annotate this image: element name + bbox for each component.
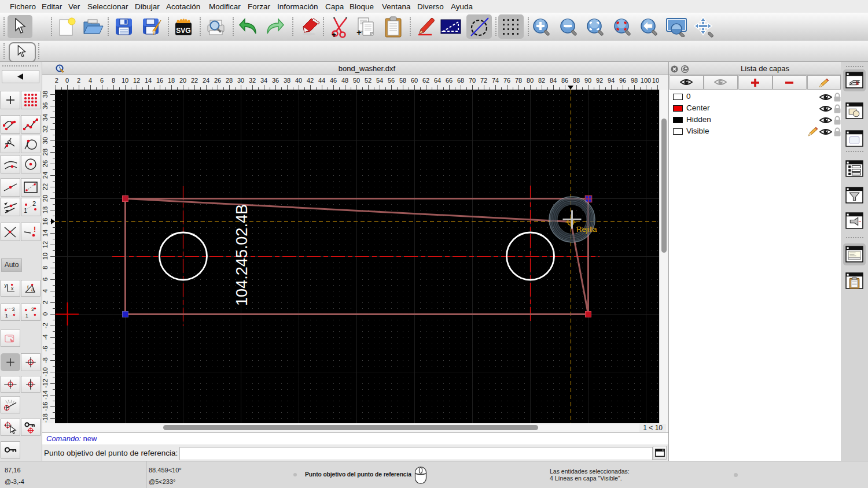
svg-text:2: 2: [31, 306, 34, 312]
svg-text:-14: -14: [42, 390, 49, 400]
svg-text:46: 46: [330, 77, 337, 84]
svg-text:14: 14: [145, 77, 152, 84]
svg-text:68: 68: [457, 77, 464, 84]
svg-text:+: +: [356, 27, 362, 37]
svg-text:-8: -8: [42, 357, 49, 363]
svg-text:10: 10: [122, 77, 128, 84]
svg-text:12: 12: [42, 241, 49, 248]
svg-text:102: 102: [652, 77, 663, 84]
svg-text:92: 92: [596, 77, 603, 84]
svg-text:72: 72: [480, 77, 487, 84]
svg-text:76: 76: [503, 77, 510, 84]
svg-text:90: 90: [584, 77, 591, 84]
svg-text:18: 18: [42, 206, 49, 213]
svg-text:48: 48: [341, 77, 348, 84]
svg-text:86: 86: [561, 77, 568, 84]
svg-text:28: 28: [42, 149, 49, 156]
svg-text:84: 84: [550, 77, 557, 84]
svg-text:SVG: SVG: [176, 27, 190, 35]
svg-text:42: 42: [307, 77, 314, 84]
svg-text:10: 10: [42, 253, 49, 260]
svg-text:4: 4: [89, 77, 92, 84]
svg-text:16: 16: [42, 218, 49, 225]
svg-text:a: a: [31, 287, 34, 293]
svg-text:20: 20: [42, 195, 49, 202]
svg-text:32: 32: [42, 125, 49, 132]
svg-text:24: 24: [42, 172, 49, 179]
svg-text:8: 8: [112, 77, 115, 84]
svg-text:4: 4: [42, 289, 49, 293]
svg-text:36: 36: [272, 77, 279, 84]
svg-text:22: 22: [191, 77, 198, 84]
svg-text:-2: -2: [42, 323, 49, 328]
svg-text:6: 6: [100, 77, 104, 84]
svg-text:82: 82: [538, 77, 545, 84]
svg-text:26: 26: [42, 160, 49, 167]
svg-text:-10: -10: [42, 367, 49, 376]
svg-text:6: 6: [42, 278, 49, 281]
svg-text:2: 2: [12, 306, 15, 312]
svg-text:38: 38: [42, 91, 49, 98]
svg-text:8: 8: [42, 266, 49, 269]
svg-text:!: !: [34, 225, 36, 234]
svg-text:74: 74: [492, 77, 499, 84]
svg-text:30: 30: [237, 77, 244, 84]
svg-text:34: 34: [42, 114, 49, 121]
svg-text:28: 28: [226, 77, 233, 84]
svg-text:26: 26: [214, 77, 221, 84]
svg-text:100: 100: [641, 77, 651, 84]
svg-text:50: 50: [353, 77, 360, 84]
svg-text:20: 20: [179, 77, 186, 84]
svg-text:16: 16: [156, 77, 163, 84]
svg-text:40: 40: [295, 77, 302, 84]
svg-text:14: 14: [42, 230, 49, 236]
svg-text:80: 80: [527, 77, 534, 84]
svg-text:-16: -16: [42, 402, 49, 411]
svg-text:62: 62: [422, 77, 429, 84]
svg-text:-18: -18: [42, 413, 49, 423]
svg-text:Rejilla: Rejilla: [576, 225, 597, 234]
svg-text:60: 60: [411, 77, 418, 84]
svg-text:56: 56: [388, 77, 395, 84]
svg-text:1: 1: [24, 207, 27, 214]
svg-text:12: 12: [133, 77, 140, 84]
svg-text:x: x: [11, 286, 14, 291]
svg-text:38: 38: [284, 77, 290, 84]
svg-text:2: 2: [32, 200, 36, 207]
svg-text:98: 98: [631, 77, 638, 84]
svg-text:66: 66: [446, 77, 453, 84]
svg-text:-6: -6: [42, 346, 49, 352]
svg-text:54: 54: [376, 77, 383, 84]
svg-text:88: 88: [573, 77, 580, 84]
svg-text:1: 1: [25, 313, 28, 319]
svg-text:32: 32: [249, 77, 256, 84]
svg-text:52: 52: [365, 77, 372, 84]
svg-text:-12: -12: [42, 379, 49, 388]
svg-text:70: 70: [469, 77, 476, 84]
svg-text:22: 22: [42, 183, 49, 190]
svg-text:18: 18: [168, 77, 175, 84]
svg-text:78: 78: [515, 77, 522, 84]
svg-text:96: 96: [619, 77, 626, 84]
svg-text:y: y: [5, 282, 8, 288]
svg-text:58: 58: [399, 77, 406, 84]
svg-text:104.245.02.4B: 104.245.02.4B: [233, 204, 251, 306]
svg-text:-4: -4: [42, 334, 49, 340]
svg-text:44: 44: [318, 77, 325, 84]
svg-text:0: 0: [42, 312, 49, 316]
svg-text:2: 2: [77, 77, 80, 84]
svg-text:2: 2: [42, 301, 49, 304]
svg-text:94: 94: [608, 77, 615, 84]
svg-text:34: 34: [260, 77, 267, 84]
svg-text:r: r: [27, 284, 29, 290]
svg-text:64: 64: [434, 77, 441, 84]
svg-text:30: 30: [42, 137, 49, 144]
svg-text:24: 24: [203, 77, 209, 84]
svg-text:+: +: [332, 30, 336, 38]
svg-text:-2: -2: [53, 77, 58, 84]
svg-text:0: 0: [65, 77, 69, 84]
svg-text:36: 36: [42, 102, 49, 109]
